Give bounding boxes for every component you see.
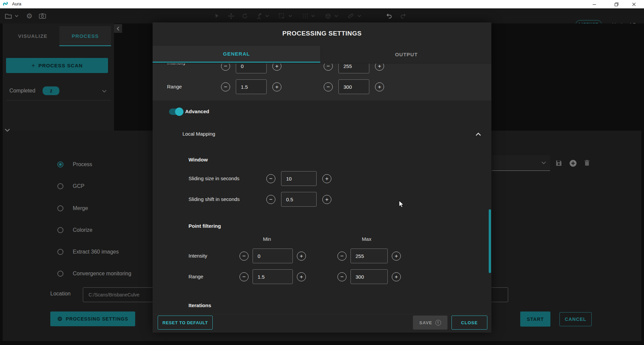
pf-intensity-max-input[interactable] — [351, 249, 388, 263]
dialog-content: Intensity − + − + Range − + − + — [153, 64, 491, 314]
increment-button[interactable]: + — [322, 174, 331, 183]
minimize-button[interactable] — [589, 1, 599, 7]
tab-general[interactable]: GENERAL — [153, 46, 320, 63]
modal-scrollbar[interactable] — [489, 209, 491, 273]
tab-output[interactable]: OUTPUT — [321, 46, 491, 63]
pf-range-max-input[interactable] — [351, 269, 388, 284]
increment-button[interactable]: + — [322, 195, 331, 204]
decrement-button[interactable]: − — [239, 252, 249, 261]
reset-to-default-button[interactable]: RESET TO DEFAULT — [158, 316, 213, 330]
intensity-max-stepper: − + — [324, 64, 384, 73]
max-column-header: Max — [358, 235, 375, 243]
save-button[interactable]: SAVE ! — [413, 316, 447, 330]
close-button[interactable]: CLOSE — [451, 316, 487, 330]
advanced-toggle[interactable] — [169, 109, 182, 115]
aura-app-window: Aura ⚙ — [0, 0, 644, 345]
collapse-section-chevron-up-icon[interactable] — [476, 131, 481, 137]
decrement-button[interactable]: − — [239, 272, 249, 281]
decrement-button[interactable]: − — [337, 252, 346, 261]
decrement-button[interactable]: − — [324, 82, 333, 91]
increment-button[interactable]: + — [375, 82, 384, 91]
decrement-button[interactable]: − — [266, 195, 275, 204]
range-row-label: Range — [167, 79, 182, 94]
decrement-button[interactable]: − — [221, 82, 230, 91]
pf-range-min-stepper: − + — [239, 269, 306, 284]
restore-button[interactable] — [611, 1, 622, 7]
pf-range-label: Range — [189, 269, 203, 284]
range-max-input[interactable] — [338, 79, 369, 94]
window-title: Aura — [12, 1, 21, 6]
increment-button[interactable]: + — [272, 82, 281, 91]
increment-button[interactable]: + — [297, 252, 306, 261]
mouse-cursor — [398, 200, 405, 209]
increment-button[interactable]: + — [392, 272, 401, 281]
aura-logo-icon — [3, 1, 9, 8]
dialog-title: PROCESSING SETTINGS — [153, 30, 491, 37]
increment-button[interactable]: + — [375, 64, 384, 71]
intensity-row-label-clipped: Intensity — [167, 64, 197, 66]
dialog-footer: RESET TO DEFAULT SAVE ! CLOSE — [153, 314, 491, 333]
pf-intensity-label: Intensity — [189, 249, 207, 263]
sliding-size-input[interactable] — [281, 171, 317, 186]
min-column-header: Min — [259, 235, 275, 243]
pf-range-min-input[interactable] — [253, 269, 293, 284]
sliding-shift-stepper: − + — [266, 192, 331, 207]
range-min-input[interactable] — [236, 79, 267, 94]
range-min-stepper: − + — [221, 79, 281, 94]
decrement-button[interactable]: − — [266, 174, 275, 183]
intensity-min-input[interactable] — [236, 64, 267, 73]
save-warning-icon: ! — [435, 320, 441, 326]
pf-range-max-stepper: − + — [337, 269, 401, 284]
intensity-max-input[interactable] — [338, 64, 369, 73]
advanced-label: Advanced — [185, 108, 209, 116]
range-max-stepper: − + — [324, 79, 384, 94]
iterations-subsection-title: Iterations — [189, 302, 211, 309]
window-subsection-title: Window — [189, 156, 208, 163]
decrement-button[interactable]: − — [221, 64, 230, 71]
processing-settings-dialog: PROCESSING SETTINGS GENERAL OUTPUT Inten… — [153, 22, 491, 333]
save-label: SAVE — [419, 320, 432, 325]
pf-intensity-max-stepper: − + — [337, 249, 401, 263]
decrement-button[interactable]: − — [324, 64, 333, 71]
pf-intensity-min-input[interactable] — [253, 249, 293, 263]
local-mapping-section-title: Local Mapping — [182, 130, 215, 138]
sliding-size-stepper: − + — [266, 171, 331, 186]
sliding-shift-input[interactable] — [281, 192, 317, 207]
decrement-button[interactable]: − — [337, 272, 346, 281]
increment-button[interactable]: + — [272, 64, 281, 71]
scrolled-top-panel — [153, 64, 491, 100]
point-filtering-subsection-title: Point filtering — [189, 222, 221, 230]
window-titlebar: Aura — [0, 0, 644, 8]
intensity-min-stepper: − + — [221, 64, 281, 73]
sliding-size-label: Sliding size in seconds — [189, 171, 239, 186]
pf-intensity-min-stepper: − + — [239, 249, 306, 263]
increment-button[interactable]: + — [297, 272, 306, 281]
increment-button[interactable]: + — [392, 252, 401, 261]
sliding-shift-label: Sliding shift in seconds — [189, 192, 240, 207]
close-window-button[interactable] — [629, 1, 639, 7]
